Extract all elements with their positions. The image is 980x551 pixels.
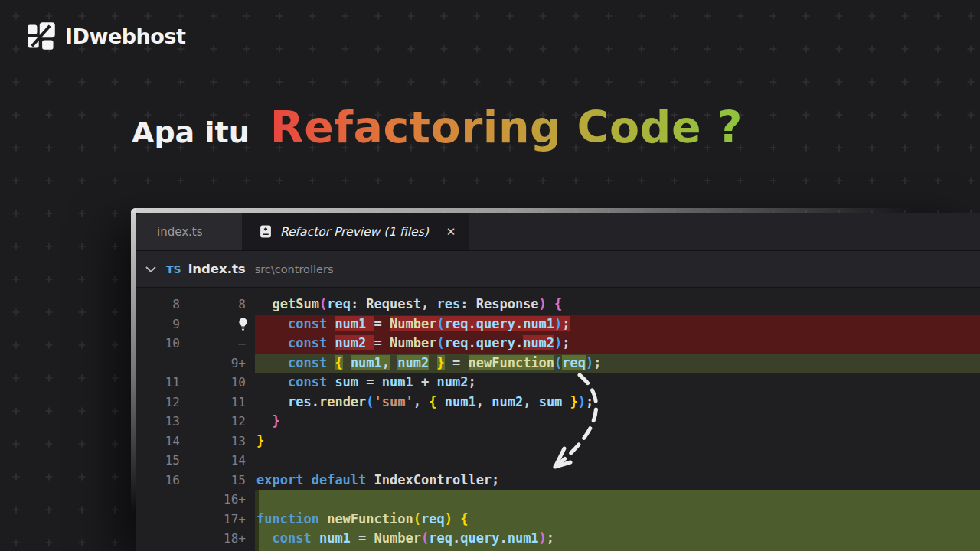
tab-label: Refactor Preview (1 files) — [280, 225, 429, 239]
tab-label: index.ts — [157, 225, 203, 239]
file-diff-icon — [260, 225, 272, 238]
brand-name: IDwebhost — [65, 24, 185, 48]
old-line-number — [136, 549, 192, 551]
new-line-number: 18+ — [192, 529, 255, 549]
file-path: src\controllers — [255, 263, 334, 276]
window-border-left — [131, 208, 136, 510]
title-prefix: Apa itu — [132, 116, 250, 149]
code-line-text — [255, 490, 980, 510]
new-line-number: 9+ — [192, 354, 255, 373]
old-line-number: 9 — [136, 315, 192, 334]
code-line-text — [255, 549, 980, 551]
old-line-number: 8 — [136, 295, 192, 315]
code-row[interactable]: 10– const num2 = Number(req.query.num2); — [136, 334, 980, 354]
code-row[interactable]: 18+ const num1 = Number(req.query.num1); — [136, 529, 980, 549]
new-line-number: 17+ — [192, 510, 255, 530]
old-line-number: 13 — [136, 412, 192, 432]
old-line-number: 12 — [136, 393, 192, 412]
old-line-number: 16 — [136, 471, 192, 491]
old-line-number — [136, 490, 192, 510]
typescript-badge: TS — [166, 263, 181, 276]
tab-refactor-preview[interactable]: Refactor Preview (1 files) ✕ — [243, 213, 469, 250]
editor-tab-bar: index.ts Refactor Preview (1 files) ✕ — [136, 213, 980, 251]
old-line-number — [136, 510, 192, 530]
old-line-number — [136, 354, 192, 373]
file-header-row[interactable]: TS index.ts src\controllers — [136, 251, 980, 288]
code-row[interactable]: 9 const num1 = Number(req.query.num1); — [136, 315, 980, 334]
old-line-number — [136, 529, 192, 549]
new-line-number: 16+ — [192, 490, 255, 510]
brand: IDwebhost — [26, 21, 185, 51]
new-line-number: 14 — [192, 451, 255, 471]
close-icon[interactable]: ✕ — [446, 225, 456, 239]
code-line-text: const num2 = Number(req.query.num2); — [255, 334, 980, 354]
removed-line-dash: – — [238, 336, 246, 350]
code-row[interactable] — [136, 549, 980, 551]
page-title: Apa itu Refactoring Code ? — [132, 102, 743, 152]
new-line-number: 10 — [192, 373, 255, 393]
code-row[interactable]: 88 getSum(req: Request, res: Response) { — [136, 295, 980, 315]
new-line-number: – — [192, 334, 255, 354]
code-row[interactable]: 16+ — [136, 490, 980, 510]
new-line-number: 12 — [192, 412, 255, 432]
title-main: Refactoring Code ? — [270, 102, 743, 152]
old-line-number: 14 — [136, 432, 192, 452]
old-line-number: 10 — [136, 334, 192, 354]
new-line-number: 8 — [192, 295, 255, 315]
code-row[interactable]: 17+function newFunction(req) { — [136, 510, 980, 530]
code-line-text: const num1 = Number(req.query.num1); — [255, 315, 980, 334]
file-name: index.ts — [188, 262, 246, 276]
hand-drawn-arrow — [532, 369, 624, 484]
new-line-number: 11 — [192, 393, 255, 412]
new-line-number: 13 — [192, 432, 255, 452]
new-line-number — [192, 315, 255, 334]
window-border-top — [131, 208, 980, 213]
code-line-text: const num1 = Number(req.query.num1); — [255, 529, 980, 549]
chevron-down-icon[interactable] — [145, 266, 156, 273]
tab-index-ts[interactable]: index.ts — [136, 213, 243, 250]
code-line-text: getSum(req: Request, res: Response) { — [255, 295, 980, 315]
new-line-number: 15 — [192, 471, 255, 491]
code-line-text: function newFunction(req) { — [255, 510, 980, 530]
new-line-number — [192, 549, 255, 551]
old-line-number: 15 — [136, 451, 192, 471]
idwebhost-logo-icon — [26, 21, 57, 51]
old-line-number: 11 — [136, 373, 192, 393]
